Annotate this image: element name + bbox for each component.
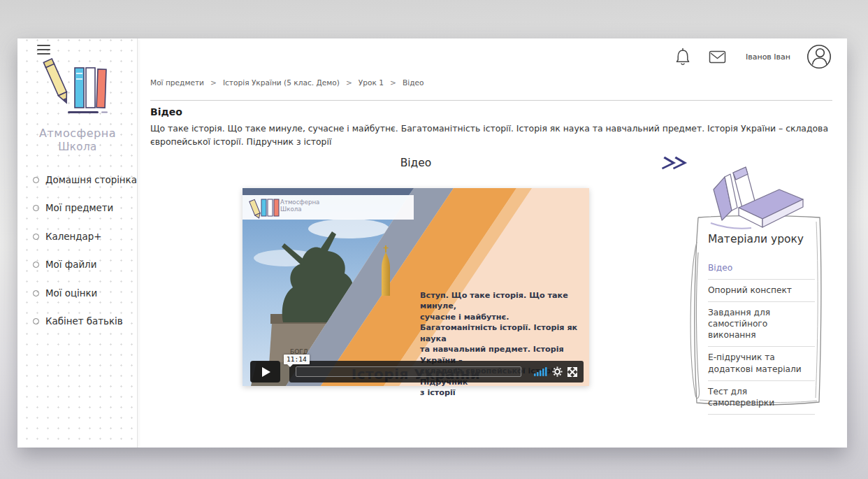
bullet-icon <box>33 318 39 324</box>
time-tooltip: 11:14 <box>284 355 310 364</box>
menu-icon[interactable] <box>37 45 50 57</box>
play-button[interactable] <box>250 361 280 383</box>
logo-illustration <box>41 58 114 122</box>
sidebar-item-parents[interactable]: Кабінет батьків <box>17 313 138 330</box>
video-overlay-logo: Атмосферна Школа <box>280 199 319 213</box>
material-item-ebook[interactable]: Е-підручник та додаткові матеріали <box>708 347 815 380</box>
volume-icon[interactable] <box>534 366 547 377</box>
avatar-icon[interactable] <box>806 43 832 70</box>
breadcrumb: Мої предмети > Історія України (5 клас. … <box>150 78 424 87</box>
sidebar-item-grades[interactable]: Мої оцінки <box>17 285 138 301</box>
sidebar: Атмосферна Школа Домашня сторінка Мої пр… <box>17 38 138 448</box>
breadcrumb-lesson[interactable]: Урок 1 <box>359 78 384 87</box>
bullet-icon <box>33 290 39 296</box>
sidebar-item-home[interactable]: Домашня сторінка <box>17 171 138 188</box>
video-control-bar <box>289 361 584 383</box>
bell-icon[interactable] <box>675 48 690 66</box>
sidebar-item-files[interactable]: Мої файли <box>17 257 138 273</box>
materials-list: Відео Опорний конспект Завдання для само… <box>708 257 815 415</box>
sidebar-item-subjects[interactable]: Мої предмети <box>17 200 138 217</box>
logo-text-line2: Школа <box>17 141 138 153</box>
topbar: Іванов Іван <box>675 43 832 71</box>
lesson-materials-panel: Матеріали уроку Відео Опорний конспект З… <box>687 176 828 410</box>
breadcrumb-subjects[interactable]: Мої предмети <box>150 78 204 87</box>
app-window: Атмосферна Школа Домашня сторінка Мої пр… <box>17 38 847 448</box>
bullet-icon <box>33 177 39 183</box>
material-item-notes[interactable]: Опорний конспект <box>708 280 815 302</box>
material-item-tasks[interactable]: Завдання для самостійного виконання <box>708 302 815 347</box>
books-illustration <box>697 162 809 234</box>
logo-text-line1: Атмосферна <box>17 127 138 140</box>
sidebar-nav: Домашня сторінка Мої предмети Календар+ … <box>17 171 138 341</box>
video-player[interactable]: БОГДАН ХМЕЛЬНИЦЬК <box>243 188 589 386</box>
bullet-icon <box>33 262 39 268</box>
logo: Атмосферна Школа <box>17 58 138 153</box>
user-name: Іванов Іван <box>746 52 790 62</box>
breadcrumb-course[interactable]: Історія України (5 клас. Демо) <box>223 78 340 87</box>
page-title: Відео <box>150 106 182 117</box>
mail-icon[interactable] <box>709 50 726 64</box>
divider <box>150 100 832 101</box>
material-item-video[interactable]: Відео <box>708 257 815 280</box>
material-item-selftest[interactable]: Тест для самоперевірки <box>708 381 815 415</box>
fullscreen-icon[interactable] <box>567 367 577 377</box>
settings-gear-icon[interactable] <box>552 366 563 377</box>
page-description: Що таке історія. Що таке минуле, сучасне… <box>150 122 849 148</box>
sidebar-item-calendar[interactable]: Календар+ <box>17 228 138 245</box>
bullet-icon <box>33 234 39 240</box>
play-icon <box>262 367 270 377</box>
breadcrumb-current: Відео <box>403 78 424 87</box>
materials-title: Матеріали уроку <box>708 233 804 245</box>
forward-chevrons-icon[interactable] <box>659 155 690 171</box>
seek-bar[interactable] <box>296 366 521 377</box>
bullet-icon <box>33 205 39 211</box>
video-section-title: Відео <box>243 157 589 169</box>
